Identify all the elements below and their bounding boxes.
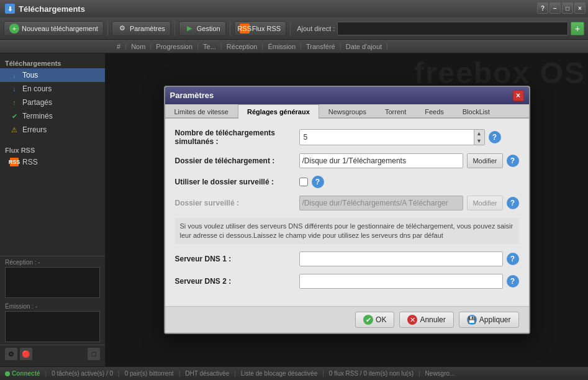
watched-folder-input: [299, 196, 464, 210]
footer-icon-2[interactable]: 🔴: [20, 348, 32, 360]
toolbar: + Nouveau téléchargement ⚙ Paramètres ▶ …: [0, 17, 588, 40]
col-reception: Réception: [222, 43, 263, 50]
toolbar-separator-1: [107, 21, 108, 36]
folder-input[interactable]: [299, 153, 464, 168]
modal-close-button[interactable]: ×: [513, 90, 524, 101]
cancel-button[interactable]: ✕ Annuler: [399, 312, 453, 328]
watched-label: Utiliser le dossier surveillé :: [175, 178, 299, 186]
modal-footer: ✔ OK ✕ Annuler 💾 Appliquer: [165, 306, 529, 333]
footer-icon-1[interactable]: ⚙: [5, 348, 17, 360]
sidebar-item-label-erreurs: Erreurs: [22, 125, 47, 134]
new-download-label: Nouveau téléchargement: [22, 25, 98, 32]
folder-label: Dossier de téléchargement :: [175, 156, 299, 165]
content-area: freebox OS Paramètres × Limites de vites…: [106, 53, 588, 366]
rss-icon: RSS: [240, 24, 250, 34]
watched-folder-help-icon[interactable]: ?: [507, 197, 519, 209]
sidebar-item-tous[interactable]: ↓ Tous: [0, 68, 105, 82]
tab-newsgroups[interactable]: Newsgroups: [319, 104, 376, 119]
watched-checkbox[interactable]: [299, 178, 308, 186]
gestion-button[interactable]: ▶ Gestion: [179, 21, 226, 36]
ok-button[interactable]: ✔ OK: [355, 312, 394, 328]
connection-status: Connecté: [5, 370, 40, 377]
apply-button[interactable]: 💾 Appliquer: [459, 312, 519, 328]
download-icon-tous: ↓: [10, 71, 19, 79]
simultaneous-input[interactable]: [300, 130, 474, 145]
new-download-button[interactable]: + Nouveau téléchargement: [4, 21, 104, 36]
rss-button[interactable]: RSS Flux RSS: [234, 21, 286, 36]
col-nom: Nom: [126, 43, 151, 50]
spinner-up-button[interactable]: ▲: [474, 130, 484, 137]
params-button[interactable]: ⚙ Paramètres: [112, 21, 171, 36]
sidebar-item-partages[interactable]: ↑ Partagés: [0, 96, 105, 109]
tab-reglages[interactable]: Réglages généraux: [238, 104, 319, 119]
check-icon-termines: ✔: [10, 112, 19, 120]
minimize-button[interactable]: −: [550, 2, 561, 14]
app-icon: ⬇: [5, 4, 15, 14]
col-emission: Émission: [263, 43, 301, 50]
dns2-input[interactable]: [299, 274, 503, 289]
dns2-row: Serveur DNS 2 : ?: [175, 274, 519, 289]
simultaneous-help-icon[interactable]: ?: [489, 131, 501, 143]
close-button[interactable]: ×: [574, 2, 586, 14]
modal-overlay: Paramètres × Limites de vitesse Réglages…: [106, 53, 588, 366]
dns1-input[interactable]: [299, 251, 503, 266]
params-label: Paramètres: [130, 25, 165, 32]
apply-label: Appliquer: [479, 315, 511, 324]
cancel-icon: ✕: [407, 315, 417, 325]
dns2-help-icon[interactable]: ?: [507, 275, 519, 287]
sidebar-item-rss[interactable]: RSS RSS: [0, 155, 105, 169]
col-num: #: [112, 43, 126, 50]
dns1-help-icon[interactable]: ?: [507, 253, 519, 265]
rss-status: 0 flux RSS / 0 item(s) non lu(s): [329, 370, 414, 377]
ajout-direct-add-button[interactable]: +: [571, 22, 584, 35]
tab-feeds[interactable]: Feeds: [415, 104, 453, 119]
emission-label: Émission : -: [5, 303, 100, 310]
watched-folder-modify-button: Modifier: [467, 196, 502, 210]
help-button[interactable]: ?: [537, 2, 548, 14]
folder-row: Dossier de téléchargement : Modifier ?: [175, 153, 519, 168]
watched-folder-control: Modifier ?: [299, 196, 519, 210]
watched-help-icon[interactable]: ?: [312, 176, 324, 188]
col-date-ajout: Date d'ajout: [341, 43, 387, 50]
watched-folder-label: Dossier surveillé :: [175, 199, 299, 207]
params-icon: ⚙: [117, 24, 127, 34]
rss-section-title: Flux RSS: [0, 144, 105, 155]
ajout-direct-input[interactable]: [337, 22, 568, 35]
col-progression: Progression: [151, 43, 198, 50]
warning-icon-erreurs: ⚠: [10, 125, 19, 134]
connection-dot: [5, 371, 10, 376]
dns1-row: Serveur DNS 1 : ?: [175, 251, 519, 266]
spinner-down-button[interactable]: ▼: [474, 137, 484, 145]
simultaneous-control: ▲ ▼ ?: [299, 129, 519, 145]
sidebar-item-termines[interactable]: ✔ Terminés: [0, 109, 105, 123]
tab-blocklist[interactable]: BlockList: [453, 104, 499, 119]
simultaneous-row: Nombre de téléchargements simultanés : ▲…: [175, 129, 519, 146]
sidebar-item-label-tous: Tous: [22, 71, 38, 79]
sidebar-item-en-cours[interactable]: ↓ En cours: [0, 82, 105, 96]
folder-help-icon[interactable]: ?: [507, 155, 519, 167]
folder-control: Modifier ?: [299, 153, 519, 168]
download-icon-en-cours: ↓: [10, 84, 19, 93]
new-download-icon: +: [9, 24, 19, 34]
ok-label: OK: [376, 315, 386, 324]
maximize-button[interactable]: □: [562, 2, 573, 14]
sidebar-item-label-rss: RSS: [22, 158, 38, 166]
reception-label: Réception : -: [5, 259, 100, 266]
sidebar-reception-section: Réception : -: [0, 256, 105, 301]
sidebar-item-label-en-cours: En cours: [22, 84, 52, 93]
gestion-label: Gestion: [197, 25, 220, 32]
footer-icon-3[interactable]: □: [88, 348, 100, 360]
rss-label: Flux RSS: [252, 25, 281, 32]
newsgroups-status: Newsgro...: [425, 370, 455, 377]
simultaneous-label: Nombre de téléchargements simultanés :: [175, 129, 299, 146]
modal-title: Paramètres: [170, 91, 214, 100]
sidebar-item-erreurs[interactable]: ⚠ Erreurs: [0, 123, 105, 137]
connected-label: Connecté: [12, 370, 40, 377]
modal-tabs: Limites de vitesse Réglages généraux New…: [165, 104, 529, 119]
folder-modify-button[interactable]: Modifier: [467, 153, 502, 168]
sidebar-item-label-partages: Partagés: [22, 98, 52, 107]
dns1-label: Serveur DNS 1 :: [175, 255, 299, 263]
tab-limites[interactable]: Limites de vitesse: [165, 104, 238, 119]
sidebar-emission-section: Émission : -: [0, 301, 105, 345]
tab-torrent[interactable]: Torrent: [376, 104, 415, 119]
